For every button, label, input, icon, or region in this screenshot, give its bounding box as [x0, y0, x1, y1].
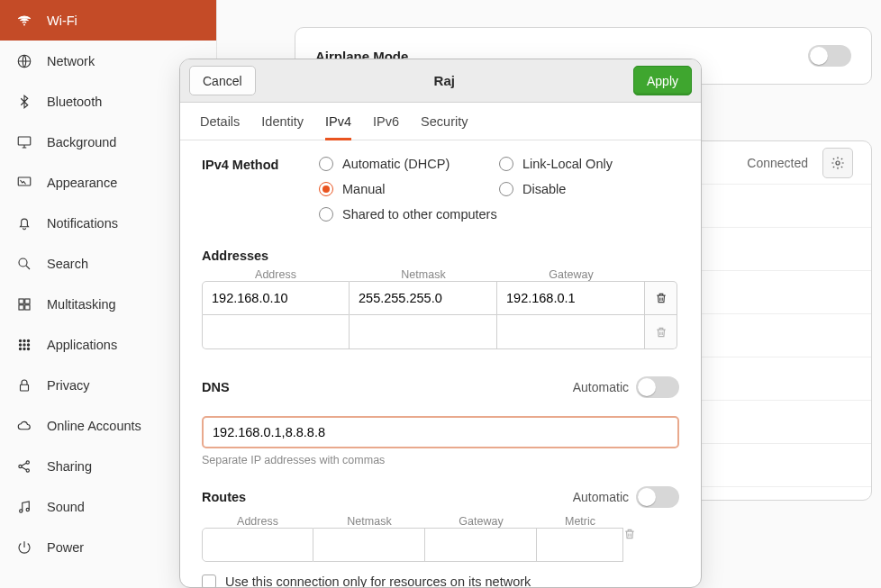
- only-resources-label: Use this connection only for resources o…: [225, 574, 531, 587]
- svg-rect-8: [25, 304, 30, 309]
- lock-icon: [16, 377, 32, 394]
- address-input[interactable]: [202, 281, 350, 315]
- tab-ipv6[interactable]: IPv6: [373, 103, 399, 140]
- sidebar-item-label: Notifications: [47, 216, 118, 231]
- svg-point-10: [23, 339, 25, 341]
- route-netmask-input[interactable]: [313, 528, 425, 562]
- wifi-status-label: Connected: [747, 156, 808, 170]
- route-metric-col: Metric: [537, 515, 623, 528]
- delete-route-button[interactable]: [623, 528, 656, 562]
- svg-point-15: [19, 348, 21, 349]
- ipv4-method-disable[interactable]: Disable: [499, 182, 679, 196]
- sidebar-item-label: Applications: [47, 338, 117, 352]
- radio-icon: [499, 157, 513, 171]
- sidebar-item-wifi[interactable]: Wi-Fi: [0, 0, 216, 41]
- sidebar-item-label: Background: [47, 135, 116, 149]
- sidebar-item-label: Multitasking: [47, 297, 116, 312]
- dialog-tabs: Details Identity IPv4 IPv6 Security: [180, 103, 701, 140]
- wifi-settings-button[interactable]: [822, 148, 853, 178]
- bell-icon: [16, 215, 32, 231]
- routes-automatic-toggle[interactable]: [636, 486, 679, 508]
- cancel-button[interactable]: Cancel: [189, 66, 256, 95]
- svg-point-24: [836, 161, 840, 165]
- svg-point-11: [27, 339, 29, 341]
- ipv4-method-shared[interactable]: Shared to other computers: [319, 207, 499, 222]
- radio-icon: [319, 182, 333, 196]
- airplane-mode-toggle[interactable]: [808, 45, 851, 67]
- sidebar-item-label: Online Accounts: [47, 419, 141, 433]
- share-icon: [16, 458, 32, 475]
- connection-editor-dialog: Cancel Raj Apply Details Identity IPv4 I…: [179, 59, 702, 588]
- apps-icon: [16, 337, 32, 353]
- svg-rect-5: [19, 299, 23, 303]
- dns-heading: DNS: [202, 380, 230, 394]
- route-row: [202, 528, 679, 562]
- routes-automatic-label: Automatic: [573, 490, 629, 504]
- address-row: [202, 315, 679, 349]
- svg-rect-7: [19, 304, 23, 309]
- apply-button[interactable]: Apply: [633, 66, 692, 95]
- svg-point-12: [19, 343, 21, 345]
- dialog-title: Raj: [434, 73, 455, 88]
- dns-automatic-label: Automatic: [573, 380, 629, 394]
- address-row: [202, 281, 679, 315]
- address-input[interactable]: [202, 315, 350, 349]
- radio-icon: [319, 157, 333, 171]
- sidebar-item-label: Network: [47, 54, 95, 68]
- tab-security[interactable]: Security: [421, 103, 468, 140]
- ipv4-method-auto[interactable]: Automatic (DHCP): [319, 157, 499, 171]
- svg-rect-18: [21, 384, 29, 391]
- svg-point-22: [20, 509, 23, 511]
- radio-label: Manual: [342, 182, 386, 196]
- note-icon: [16, 499, 32, 515]
- sidebar-item-label: Privacy: [47, 378, 90, 393]
- svg-point-4: [19, 258, 27, 267]
- cloud-icon: [16, 418, 32, 434]
- netmask-input[interactable]: [350, 281, 497, 315]
- netmask-input[interactable]: [350, 315, 497, 349]
- gateway-input[interactable]: [497, 315, 645, 349]
- sidebar-item-label: Appearance: [47, 176, 117, 190]
- svg-point-13: [23, 343, 25, 345]
- bluetooth-icon: [16, 94, 32, 110]
- tab-identity[interactable]: Identity: [261, 103, 304, 140]
- power-icon: [16, 539, 32, 556]
- svg-rect-3: [18, 177, 31, 185]
- radio-label: Automatic (DHCP): [342, 157, 450, 171]
- wifi-icon: [16, 13, 32, 29]
- addresses-column-headers: Address Netmask Gateway: [202, 268, 679, 281]
- svg-rect-2: [18, 137, 31, 145]
- radio-label: Shared to other computers: [342, 207, 497, 222]
- radio-icon: [319, 207, 333, 222]
- gateway-input[interactable]: [497, 281, 645, 315]
- routes-heading: Routes: [202, 490, 246, 504]
- sidebar-item-label: Sound: [47, 500, 85, 514]
- dialog-header: Cancel Raj Apply: [180, 59, 701, 103]
- sidebar-item-label: Search: [47, 257, 88, 271]
- svg-point-23: [26, 508, 29, 511]
- route-metric-input[interactable]: [537, 528, 623, 562]
- sidebar-item-label: Sharing: [47, 459, 92, 474]
- delete-address-button[interactable]: [645, 281, 677, 315]
- dns-hint: Separate IP addresses with commas: [202, 454, 679, 466]
- dialog-body: IPv4 Method Automatic (DHCP) Link-Local …: [180, 140, 701, 587]
- gateway-col-header: Gateway: [497, 268, 645, 281]
- radio-icon: [499, 182, 513, 196]
- ipv4-method-linklocal[interactable]: Link-Local Only: [499, 157, 679, 171]
- svg-rect-6: [25, 299, 30, 303]
- only-resources-row[interactable]: Use this connection only for resources o…: [202, 574, 679, 587]
- route-address-input[interactable]: [202, 528, 313, 562]
- dns-input[interactable]: [202, 416, 679, 448]
- tab-ipv4[interactable]: IPv4: [325, 103, 351, 140]
- route-gateway-input[interactable]: [425, 528, 537, 562]
- globe-icon: [16, 53, 32, 69]
- tab-details[interactable]: Details: [200, 103, 240, 140]
- delete-address-button[interactable]: [645, 315, 677, 349]
- route-gateway-col: Gateway: [425, 515, 537, 528]
- radio-label: Disable: [522, 182, 566, 196]
- ipv4-method-manual[interactable]: Manual: [319, 182, 499, 196]
- dns-automatic-toggle[interactable]: [636, 376, 679, 398]
- svg-point-19: [19, 465, 22, 467]
- svg-point-17: [27, 348, 29, 349]
- sidebar-item-label: Bluetooth: [47, 95, 102, 109]
